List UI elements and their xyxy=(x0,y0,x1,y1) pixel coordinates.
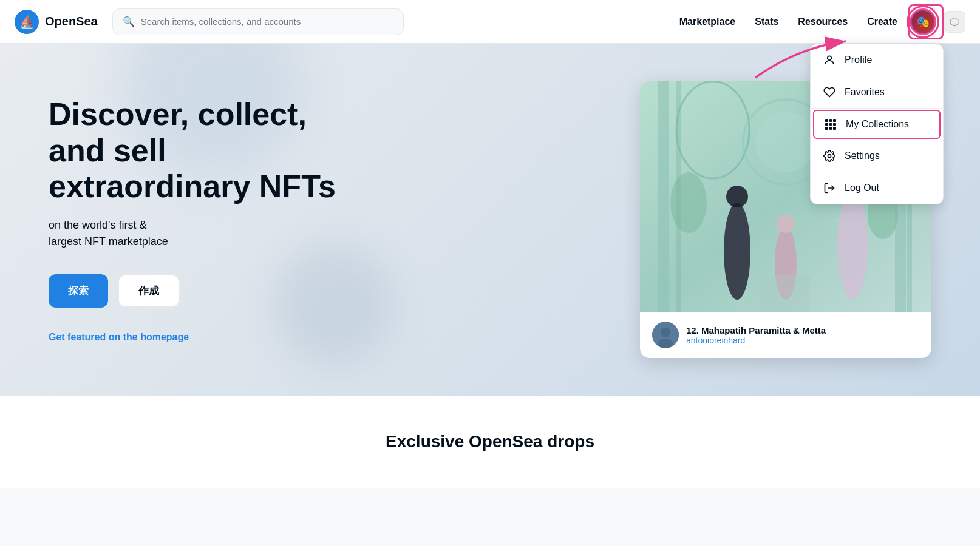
navbar: ⛵ OpenSea 🔍 Marketplace Stats Resources … xyxy=(0,0,980,44)
artist-avatar xyxy=(652,322,679,348)
hero-buttons: 探索 作成 xyxy=(49,274,352,308)
search-icon: 🔍 xyxy=(123,16,135,27)
logout-label: Log Out xyxy=(845,183,879,194)
favorites-label: Favorites xyxy=(845,87,885,98)
opensea-logo-icon: ⛵ xyxy=(15,10,39,34)
svg-point-13 xyxy=(755,112,816,172)
grid-icon xyxy=(824,119,837,130)
dropdown-my-collections[interactable]: My Collections xyxy=(813,110,941,139)
svg-point-17 xyxy=(777,215,795,233)
create-button[interactable]: 作成 xyxy=(118,274,180,308)
person-icon xyxy=(823,54,836,66)
svg-point-26 xyxy=(658,339,673,348)
nav-resources[interactable]: Resources xyxy=(798,16,848,27)
hero-subtitle: on the world's first &largest NFT market… xyxy=(49,217,352,250)
svg-point-20 xyxy=(670,172,707,233)
nav-actions: 🎭 ⬡ xyxy=(910,8,965,35)
dropdown-logout[interactable]: Log Out xyxy=(811,172,943,204)
wallet-button[interactable]: ⬡ xyxy=(944,11,965,33)
dropdown-settings[interactable]: Settings xyxy=(811,140,943,172)
nft-title: 12. Mahapatih Paramitta & Metta xyxy=(686,325,919,335)
user-avatar-button[interactable]: 🎭 xyxy=(910,8,936,35)
avatar-image: 🎭 xyxy=(912,11,934,33)
nav-create[interactable]: Create xyxy=(867,16,897,27)
svg-point-15 xyxy=(726,186,748,207)
svg-point-18 xyxy=(837,190,868,300)
bottom-title: Exclusive OpenSea drops xyxy=(49,432,931,451)
svg-point-14 xyxy=(724,203,750,300)
my-collections-label: My Collections xyxy=(846,119,909,130)
settings-icon xyxy=(823,150,836,162)
search-bar: 🔍 xyxy=(112,8,404,35)
settings-label: Settings xyxy=(845,150,880,161)
nav-links: Marketplace Stats Resources Create xyxy=(679,16,897,27)
hero-content: Discover, collect, and sell extraordinar… xyxy=(49,96,352,343)
nav-marketplace[interactable]: Marketplace xyxy=(679,16,736,27)
dropdown-menu: Profile Favorites My Collections Setting… xyxy=(810,44,944,204)
svg-point-25 xyxy=(661,328,670,337)
nav-stats[interactable]: Stats xyxy=(755,16,778,27)
nft-artist: antonioreinhard xyxy=(686,335,919,345)
svg-rect-6 xyxy=(658,81,669,312)
brand-logo[interactable]: ⛵ OpenSea xyxy=(15,10,98,34)
explore-button[interactable]: 探索 xyxy=(49,274,108,308)
profile-label: Profile xyxy=(845,55,872,66)
dropdown-profile[interactable]: Profile xyxy=(811,44,943,76)
logout-icon xyxy=(823,182,836,194)
bottom-section: Exclusive OpenSea drops xyxy=(0,396,980,488)
svg-point-0 xyxy=(828,56,832,60)
nft-details: 12. Mahapatih Paramitta & Metta antonior… xyxy=(686,325,919,345)
svg-rect-22 xyxy=(761,275,810,312)
svg-point-1 xyxy=(828,155,831,158)
heart-icon xyxy=(823,86,836,98)
search-input[interactable] xyxy=(141,16,393,27)
dropdown-favorites[interactable]: Favorites xyxy=(811,76,943,109)
featured-link[interactable]: Get featured on the homepage xyxy=(49,332,189,342)
nft-info: 12. Mahapatih Paramitta & Metta antonior… xyxy=(640,312,931,358)
hero-title: Discover, collect, and sell extraordinar… xyxy=(49,96,352,205)
brand-name: OpenSea xyxy=(45,15,98,29)
